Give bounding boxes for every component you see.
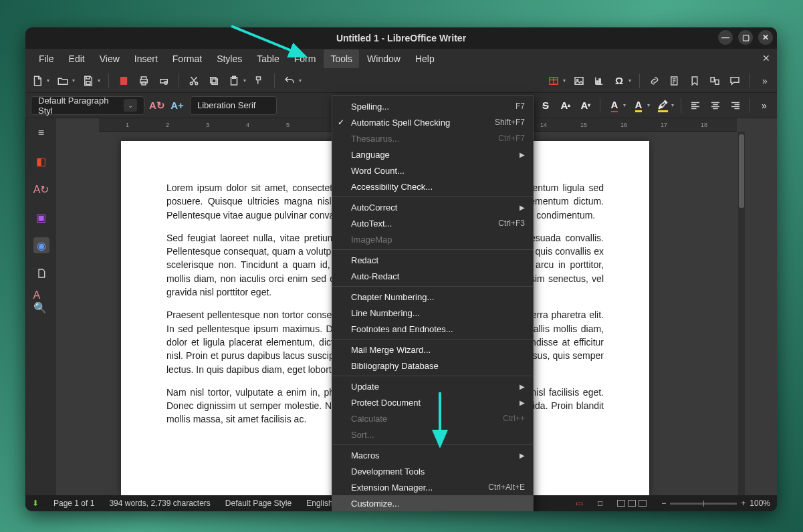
menu-format[interactable]: Format (166, 49, 209, 68)
submenu-arrow-icon: ▶ (520, 204, 525, 211)
menu-item-bibliography-database[interactable]: Bibliography Database (332, 358, 533, 374)
menu-item-extension-manager[interactable]: Extension Manager...Ctrl+Alt+E (332, 479, 533, 495)
font-color-icon[interactable]: A (607, 98, 622, 113)
menu-item-protect-document[interactable]: Protect Document▶ (332, 394, 533, 410)
zoom-out-icon[interactable]: − (661, 499, 666, 508)
subscript-icon[interactable]: A▾ (578, 98, 593, 113)
insert-chart-icon[interactable] (592, 74, 606, 88)
dropdown-caret-icon[interactable]: ▾ (647, 102, 650, 108)
dropdown-caret-icon[interactable]: ▾ (47, 78, 49, 84)
menu-separator (332, 339, 533, 340)
table-icon[interactable] (547, 74, 560, 88)
selection-mode-icon[interactable]: □ (598, 499, 602, 508)
menu-item-line-numbering[interactable]: Line Numbering... (332, 305, 533, 321)
paste-icon[interactable] (227, 74, 241, 88)
menu-item-autocorrect[interactable]: AutoCorrect▶ (332, 199, 533, 215)
cross-reference-icon[interactable] (708, 74, 721, 88)
copy-icon[interactable] (207, 74, 221, 88)
menu-item-customize[interactable]: Customize... (332, 495, 533, 511)
open-icon[interactable] (56, 74, 70, 88)
menu-styles[interactable]: Styles (210, 49, 249, 68)
hyperlink-icon[interactable] (648, 74, 661, 88)
update-style-icon[interactable]: A↻ (150, 98, 164, 113)
vertical-scrollbar[interactable] (738, 132, 745, 495)
dropdown-caret-icon[interactable]: ▾ (299, 78, 302, 84)
save-icon[interactable] (82, 74, 95, 88)
word-count[interactable]: 394 words, 2,739 characters (109, 499, 210, 508)
overflow-icon[interactable]: » (757, 98, 772, 113)
bookmark-icon[interactable] (688, 74, 701, 88)
view-layout-icons[interactable] (617, 500, 647, 507)
menu-form[interactable]: Form (288, 49, 323, 68)
menu-file[interactable]: File (32, 49, 61, 68)
menu-edit[interactable]: Edit (62, 49, 92, 68)
dropdown-caret-icon[interactable]: ▾ (628, 78, 631, 84)
cut-icon[interactable] (187, 74, 201, 88)
document-close-icon[interactable]: ✕ (762, 53, 770, 63)
dropdown-caret-icon[interactable]: ▾ (623, 102, 626, 108)
zoom-control[interactable]: − + 100% (661, 499, 770, 508)
overflow-icon[interactable]: » (758, 74, 772, 88)
menu-window[interactable]: Window (360, 49, 407, 68)
zoom-in-icon[interactable]: + (741, 499, 745, 508)
strikethrough-icon[interactable]: S (538, 98, 553, 113)
comment-icon[interactable] (728, 74, 741, 88)
undo-icon[interactable] (283, 74, 296, 88)
menu-item-language[interactable]: Language▶ (332, 146, 533, 162)
close-button[interactable]: ✕ (758, 30, 773, 45)
minimize-button[interactable]: — (718, 30, 733, 45)
ruler-tick: 1 (126, 122, 129, 128)
menu-item-label: AutoCorrect (351, 203, 397, 213)
zoom-slider[interactable] (670, 503, 737, 505)
insert-mode-icon[interactable]: ▭ (576, 499, 583, 508)
dropdown-caret-icon[interactable]: ▾ (671, 102, 674, 108)
superscript-icon[interactable]: A▴ (558, 98, 573, 113)
menu-view[interactable]: View (93, 49, 126, 68)
align-right-icon[interactable] (728, 98, 743, 113)
menu-help[interactable]: Help (409, 49, 441, 68)
new-style-icon[interactable]: A+ (170, 98, 185, 113)
insert-image-icon[interactable] (572, 74, 586, 88)
menu-item-word-count[interactable]: Word Count... (332, 162, 533, 178)
menu-item-footnotes-and-endnotes[interactable]: Footnotes and Endnotes... (332, 321, 533, 337)
menu-item-mail-merge-wizard[interactable]: Mail Merge Wizard... (332, 342, 533, 358)
menu-item-update[interactable]: Update▶ (332, 378, 533, 394)
print-preview-icon[interactable] (157, 74, 170, 88)
zoom-percent[interactable]: 100% (750, 499, 770, 508)
footnote-icon[interactable] (668, 74, 681, 88)
maximize-button[interactable]: ▢ (738, 30, 753, 45)
dropdown-caret-icon[interactable]: ▾ (243, 78, 246, 84)
menu-item-autotext[interactable]: AutoText...Ctrl+F3 (332, 215, 533, 231)
menu-item-chapter-numbering[interactable]: Chapter Numbering... (332, 289, 533, 305)
menu-item-spelling[interactable]: Spelling...F7 (332, 98, 533, 114)
font-name-combo[interactable]: Liberation Serif (190, 96, 277, 115)
menu-item-redact[interactable]: Redact (332, 252, 533, 268)
align-center-icon[interactable] (708, 98, 723, 113)
export-pdf-icon[interactable] (117, 74, 130, 88)
scrollbar-thumb[interactable] (739, 134, 744, 208)
page-style[interactable]: Default Page Style (225, 499, 292, 508)
menu-item-accessibility-check[interactable]: Accessibility Check... (332, 178, 533, 194)
page-info[interactable]: Page 1 of 1 (53, 499, 94, 508)
dropdown-caret-icon[interactable]: ▾ (563, 78, 566, 84)
ruler-tick: 3 (206, 122, 209, 128)
titlebar: Untitled 1 - LibreOffice Writer — ▢ ✕ (25, 27, 777, 49)
save-indicator-icon[interactable]: ⬇ (32, 499, 39, 508)
clone-formatting-icon[interactable] (253, 74, 266, 88)
char-highlight-icon[interactable]: 🖍 (655, 98, 670, 113)
menu-tools[interactable]: Tools (324, 49, 359, 68)
menu-table[interactable]: Table (250, 49, 285, 68)
menu-item-macros[interactable]: Macros▶ (332, 447, 533, 463)
align-left-icon[interactable] (688, 98, 703, 113)
menu-insert[interactable]: Insert (128, 49, 164, 68)
print-icon[interactable] (137, 74, 150, 88)
dropdown-caret-icon[interactable]: ▾ (72, 78, 75, 84)
menu-item-automatic-spell-checking[interactable]: ✓Automatic Spell CheckingShift+F7 (332, 114, 533, 130)
special-char-icon[interactable]: Ω (612, 74, 626, 88)
dropdown-caret-icon[interactable]: ▾ (98, 78, 100, 84)
new-document-icon[interactable] (31, 74, 44, 88)
highlight-color-icon[interactable]: A (631, 98, 646, 113)
menu-item-auto-redact[interactable]: Auto-Redact (332, 268, 533, 284)
paragraph-style-combo[interactable]: Default Paragraph Styl ⌄ (31, 96, 144, 115)
menu-item-development-tools[interactable]: Development Tools (332, 463, 533, 479)
